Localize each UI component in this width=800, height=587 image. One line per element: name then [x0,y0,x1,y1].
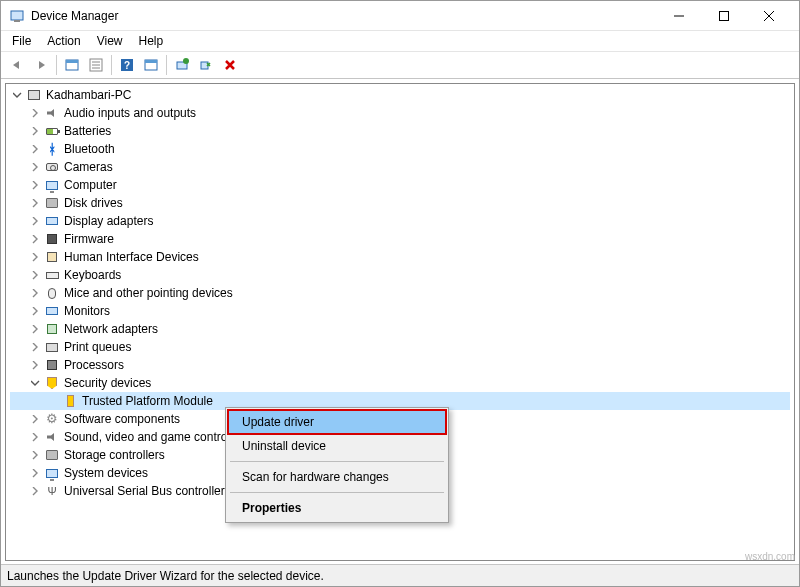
toolbar: ? [1,51,799,79]
cam-icon [44,159,60,175]
help-button[interactable]: ? [115,53,139,77]
svg-point-17 [183,58,189,64]
forward-button[interactable] [29,53,53,77]
watermark: wsxdn.com [745,551,795,562]
pc-icon [44,177,60,193]
shield-icon [44,375,60,391]
tree-category[interactable]: Batteries [10,122,790,140]
properties-button[interactable] [84,53,108,77]
context-menu-item[interactable]: Uninstall device [228,434,446,458]
menu-help[interactable]: Help [132,33,171,49]
tree-category[interactable]: Security devices [10,374,790,392]
minimize-button[interactable] [656,1,701,30]
tree-category[interactable]: ᚼBluetooth [10,140,790,158]
expand-icon[interactable] [28,178,42,192]
tree-category-label: Display adapters [64,212,153,230]
expand-icon[interactable] [28,466,42,480]
expand-icon[interactable] [28,214,42,228]
uninstall-button[interactable] [194,53,218,77]
tree-category-label: Software components [64,410,180,428]
show-hidden-button[interactable] [60,53,84,77]
spacer [46,394,60,408]
scan-button[interactable] [139,53,163,77]
delete-button[interactable] [218,53,242,77]
tree-category-label: Firmware [64,230,114,248]
tree-category-label: Security devices [64,374,151,392]
expand-icon[interactable] [28,142,42,156]
expand-icon[interactable] [28,196,42,210]
mouse-icon [44,285,60,301]
menu-action[interactable]: Action [40,33,87,49]
battery-icon [44,123,60,139]
status-bar: Launches the Update Driver Wizard for th… [1,564,799,586]
expand-icon[interactable] [28,430,42,444]
expand-icon[interactable] [28,106,42,120]
tree-category-label: Monitors [64,302,110,320]
expand-icon[interactable] [28,304,42,318]
tree-category-label: Keyboards [64,266,121,284]
tree-category[interactable]: Computer [10,176,790,194]
context-menu-separator [230,492,444,493]
tree-category-label: Batteries [64,122,111,140]
tree-category[interactable]: Firmware [10,230,790,248]
audio-icon [44,429,60,445]
tree-category[interactable]: Mice and other pointing devices [10,284,790,302]
tree-device-label: Trusted Platform Module [82,392,213,410]
context-menu-separator [230,461,444,462]
tree-category[interactable]: Display adapters [10,212,790,230]
collapse-icon[interactable] [28,376,42,390]
expand-icon[interactable] [28,322,42,336]
tree-category-label: Mice and other pointing devices [64,284,233,302]
svg-text:?: ? [124,60,130,71]
tree-category[interactable]: Audio inputs and outputs [10,104,790,122]
context-menu-item[interactable]: Properties [228,496,446,520]
tree-category-label: Computer [64,176,117,194]
svg-rect-1 [14,20,20,22]
tree-root[interactable]: Kadhambari-PC [10,86,790,104]
window-controls [656,1,791,30]
cpu-icon [44,357,60,373]
tree-category-label: Network adapters [64,320,158,338]
toolbar-separator [111,55,112,75]
back-button[interactable] [5,53,29,77]
gear-icon: ⚙ [44,411,60,427]
expand-icon[interactable] [28,232,42,246]
expand-icon[interactable] [28,160,42,174]
context-menu-item[interactable]: Update driver [228,410,446,434]
tree-category[interactable]: Network adapters [10,320,790,338]
expand-icon[interactable] [28,286,42,300]
tree-category[interactable]: Keyboards [10,266,790,284]
tree-category[interactable]: Processors [10,356,790,374]
tree-category[interactable]: Monitors [10,302,790,320]
tree-category-label: Human Interface Devices [64,248,199,266]
expand-icon[interactable] [28,268,42,282]
expand-icon[interactable] [28,124,42,138]
expand-icon[interactable] [28,412,42,426]
tree-category[interactable]: Disk drives [10,194,790,212]
tree-category[interactable]: Print queues [10,338,790,356]
tree-category[interactable]: Human Interface Devices [10,248,790,266]
expand-icon[interactable] [28,448,42,462]
expand-icon[interactable] [28,250,42,264]
close-button[interactable] [746,1,791,30]
update-driver-button[interactable] [170,53,194,77]
status-text: Launches the Update Driver Wizard for th… [7,569,324,583]
context-menu-item[interactable]: Scan for hardware changes [228,465,446,489]
svg-rect-0 [11,11,23,20]
tpm-icon [62,393,78,409]
expand-icon[interactable] [28,340,42,354]
maximize-button[interactable] [701,1,746,30]
audio-icon [44,105,60,121]
menu-view[interactable]: View [90,33,130,49]
printer-icon [44,339,60,355]
expand-icon[interactable] [28,484,42,498]
usb-icon: Ψ [44,483,60,499]
hid-icon [44,249,60,265]
net-icon [44,321,60,337]
tree-category[interactable]: Cameras [10,158,790,176]
expand-icon[interactable] [28,358,42,372]
svg-rect-15 [145,60,157,63]
collapse-icon[interactable] [10,88,24,102]
tree-category-label: Print queues [64,338,131,356]
menu-file[interactable]: File [5,33,38,49]
